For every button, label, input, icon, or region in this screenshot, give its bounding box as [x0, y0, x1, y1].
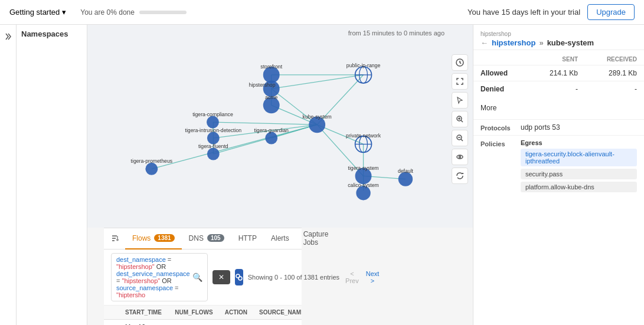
stats-denied-label: Denied: [473, 81, 528, 97]
sidebar: [0, 25, 17, 325]
svg-point-4: [459, 156, 461, 158]
graph-btn-pointer[interactable]: [452, 92, 468, 109]
graph-area: from 15 minutes to 0 minutes ago: [87, 25, 473, 228]
stats-header-row: SENT RECEIVED: [473, 54, 644, 65]
filter-action-button[interactable]: [235, 269, 243, 285]
filter-bar: dest_namespace = "hipstershop" OR dest_s…: [104, 250, 302, 306]
prev-button[interactable]: < Prev: [344, 270, 360, 284]
chevron-down-icon: ▾: [62, 8, 66, 17]
filter-field-2: dest_service_namespace: [116, 270, 190, 277]
filter-input-container[interactable]: dest_namespace = "hipstershop" OR dest_s…: [111, 253, 208, 301]
stats-row-allowed: Allowed 214.1 Kb 289.1 Kb: [473, 65, 644, 81]
policy-tag-0: tigera-security.block-alienvault-ipthrea…: [521, 149, 637, 166]
svg-line-8: [272, 75, 364, 89]
graph-btn-zoom-in[interactable]: [452, 111, 468, 127]
breadcrumb-separator: »: [539, 38, 543, 47]
row-start-time: Mar 16, 2022 @ 13:41:35.000: [119, 320, 169, 326]
tabs-bar: Flows 1381 DNS 105 HTTP Alerts Capture J…: [104, 228, 302, 250]
row-expand-icon[interactable]: ▾: [104, 320, 119, 326]
filter-field-1: dest_namespace: [116, 256, 166, 263]
node-default-label: default: [398, 168, 414, 174]
col-start-time[interactable]: START_TIME: [119, 306, 169, 320]
stats-col-sent: SENT: [528, 54, 585, 65]
tab-dns-label: DNS: [189, 234, 204, 242]
getting-started-dropdown[interactable]: Getting started ▾: [9, 8, 66, 17]
graph-nodes[interactable]: storefront public-ip-range hipstershop a…: [131, 63, 414, 201]
breadcrumb-source: hipstershop: [492, 38, 535, 47]
svg-point-38: [145, 163, 158, 175]
protocols-row: Protocols udp ports 53: [473, 119, 644, 135]
more-button[interactable]: More: [480, 101, 637, 114]
filter-val-1: "hipstershop": [116, 263, 155, 270]
upgrade-button[interactable]: Upgrade: [587, 4, 635, 20]
table-row: ▾ Mar 16, 2022 @ 13:41:35.000 2 allow ch…: [104, 320, 302, 326]
entries-info: Showing 0 - 100 of 1381 entries: [248, 274, 339, 281]
graph-btn-refresh[interactable]: [452, 168, 468, 184]
node-tigera-system-label: tigera-system: [348, 165, 378, 171]
node-tigera-intrusion-label: tigera-intrusion-detection: [185, 127, 242, 133]
topbar-right: You have 15 days left in your trial Upgr…: [468, 4, 635, 20]
more-section: More: [473, 97, 644, 119]
graph-controls: [452, 54, 468, 184]
breadcrumb-target: kube-system: [547, 38, 594, 47]
node-tigera-fluentd-label: tigera-fluentd: [198, 143, 228, 149]
node-tigera-prometheus-label: tigera-prometheus: [131, 158, 173, 164]
stats-denied-received: -: [585, 81, 644, 97]
node-storefront-label: storefront: [260, 64, 282, 70]
svg-point-32: [207, 132, 220, 145]
sidebar-toggle[interactable]: [1, 29, 15, 46]
row-source-name-aggr: checkoutservice-5cf96dc6f7-*: [253, 320, 302, 326]
graph-btn-clock[interactable]: [452, 54, 468, 71]
filter-op-3: =: [173, 284, 178, 291]
tab-flows[interactable]: Flows 1381: [125, 228, 182, 250]
policies-label: Policies: [480, 139, 516, 147]
protocols-value: udp ports 53: [521, 123, 637, 132]
svg-point-37: [207, 148, 220, 160]
center-area: from 15 minutes to 0 minutes ago: [87, 25, 473, 325]
filter-field-3: source_namespace: [116, 284, 173, 291]
network-graph: storefront public-ip-range hipstershop a…: [87, 25, 473, 228]
next-button[interactable]: Next >: [365, 270, 381, 284]
table-container: START_TIME NUM_FLOWS ACTION SOURCE_NAME_…: [104, 306, 302, 325]
tab-capture-jobs-label: Capture Jobs: [303, 230, 329, 247]
col-action[interactable]: ACTION: [219, 306, 253, 320]
tab-dns[interactable]: DNS 105: [182, 228, 231, 250]
row-action: allow: [219, 320, 253, 326]
node-acme-label: acme: [265, 94, 277, 100]
flows-table: START_TIME NUM_FLOWS ACTION SOURCE_NAME_…: [104, 306, 302, 325]
search-icon[interactable]: 🔍: [192, 273, 202, 282]
back-button[interactable]: ←: [480, 38, 488, 47]
tab-http[interactable]: HTTP: [231, 228, 264, 250]
col-source-name-aggr[interactable]: SOURCE_NAME_AGGR: [253, 306, 302, 320]
tab-flows-badge: 1381: [154, 234, 174, 242]
progress-bar: [139, 11, 187, 14]
row-num-flows: 2: [169, 320, 218, 326]
tab-capture-jobs[interactable]: Capture Jobs: [296, 228, 336, 250]
progress-label: You are 0% done: [80, 8, 135, 17]
policy-tags: tigera-security.block-alienvault-ipthrea…: [521, 149, 637, 192]
tab-alerts[interactable]: Alerts: [264, 228, 296, 250]
node-private-network-label: private network: [346, 133, 381, 139]
left-panel: Namespaces: [17, 25, 87, 325]
tab-http-label: HTTP: [238, 234, 257, 242]
stats-allowed-label: Allowed: [473, 65, 528, 81]
namespaces-title: Namespaces: [21, 29, 82, 38]
node-kube-system-label: kube-system: [303, 114, 332, 120]
graph-btn-eye[interactable]: [452, 149, 468, 165]
clear-filter-button[interactable]: ✕: [213, 270, 230, 284]
stats-table: SENT RECEIVED Allowed 214.1 Kb 289.1 Kb …: [473, 54, 644, 97]
graph-time-label: from 15 minutes to 0 minutes ago: [348, 29, 444, 37]
graph-btn-expand[interactable]: [452, 73, 468, 90]
policies-section-label: Egress: [521, 139, 637, 146]
tab-alerts-label: Alerts: [271, 234, 289, 242]
node-calico-system-label: calico-system: [348, 182, 379, 188]
filter-val-2: "hipstershop": [122, 277, 160, 284]
col-num-flows[interactable]: NUM_FLOWS: [169, 306, 218, 320]
node-hipstershop-label: hipstershop: [249, 82, 276, 88]
col-expand: [104, 306, 119, 320]
tab-flows-label: Flows: [132, 234, 151, 242]
filter-val-3: "hiptersho: [116, 291, 145, 298]
svg-point-33: [265, 132, 277, 145]
graph-btn-zoom-out[interactable]: [452, 130, 468, 146]
policy-tag-2: platform.allow-kube-dns: [521, 182, 637, 192]
